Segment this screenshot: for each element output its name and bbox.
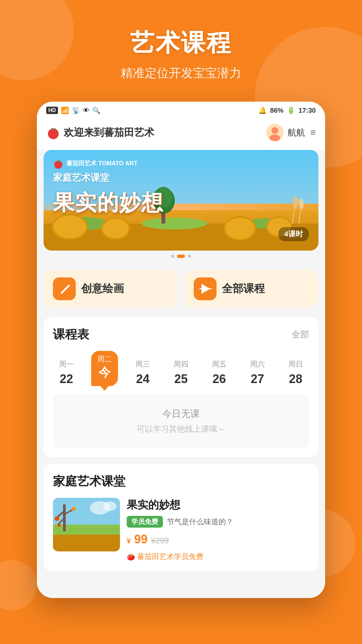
banner-logo-icon — [53, 158, 64, 169]
no-class-text2: 可以学习其他线上课哦～ — [60, 424, 302, 434]
day-wed-num: 24 — [136, 372, 149, 386]
price-row: ¥ 99 ¥299 — [127, 532, 309, 546]
all-courses-button[interactable]: 全部课程 — [184, 270, 318, 308]
menu-icon[interactable]: ≡ — [310, 127, 316, 138]
day-mon-label: 周一 — [59, 359, 74, 369]
no-class-area: 今日无课 可以学习其他线上课哦～ — [53, 394, 309, 448]
creative-drawing-label: 创意绘画 — [81, 281, 124, 296]
mute-icon: 🔔 — [258, 106, 267, 114]
day-mon[interactable]: 周一 22 — [53, 359, 80, 386]
banner-dots — [44, 255, 318, 258]
schedule-all-link[interactable]: 全部 — [292, 329, 309, 340]
phone-mockup: HD 📶 📡 👁 🔍 🔔 86% 🔋 17:30 — [37, 102, 325, 598]
signal-icon: 📶 — [61, 106, 69, 114]
day-thu-label: 周四 — [174, 359, 188, 369]
banner-main-title: 果实的妙想 — [53, 188, 309, 217]
price-current: 99 — [134, 532, 147, 546]
tomato-small-icon: 🍅 — [127, 553, 135, 561]
hero-subtitle: 精准定位开发宝宝潜力 — [0, 65, 362, 82]
dot-3 — [188, 255, 191, 258]
status-left: HD 📶 📡 👁 🔍 — [46, 106, 101, 114]
svg-point-34 — [55, 516, 59, 521]
banner-logo-text: 蕃茄田艺术 TOMATO ART — [66, 159, 137, 167]
day-fri[interactable]: 周五 26 — [206, 359, 233, 386]
tag-free: 学员免费 — [127, 516, 163, 528]
day-wed-label: 周三 — [135, 359, 150, 369]
week-days: 周一 22 周二 今 周三 24 周四 — [53, 351, 309, 386]
course-card[interactable]: 果实的妙想 学员免费 节气是什么味道的？ ¥ 99 ¥299 🍅 蕃茄田 — [53, 498, 309, 562]
time-display: 17:30 — [299, 107, 316, 114]
bg-decoration-circle-4 — [0, 560, 37, 610]
day-sun-label: 周日 — [288, 359, 303, 369]
svg-point-38 — [103, 501, 117, 511]
price-original: ¥299 — [151, 536, 169, 545]
battery-pct: 86% — [270, 107, 284, 114]
day-wed[interactable]: 周三 24 — [129, 359, 156, 386]
schedule-header: 课程表 全部 — [53, 326, 309, 343]
hero-section: 艺术课程 精准定位开发宝宝潜力 — [0, 0, 362, 102]
art-section-header: 家庭艺术课堂 — [53, 473, 309, 490]
battery-icon: 🔋 — [287, 106, 295, 114]
svg-point-35 — [72, 507, 76, 511]
eye-icon: 👁 — [83, 107, 89, 114]
day-sat-label: 周六 — [250, 359, 265, 369]
day-fri-label: 周五 — [212, 359, 227, 369]
schedule-title: 课程表 — [53, 326, 89, 343]
dot-1 — [171, 255, 174, 258]
day-sun-num: 28 — [289, 372, 302, 386]
creative-drawing-button[interactable]: 创意绘画 — [44, 270, 178, 308]
day-tue[interactable]: 周二 今 — [91, 351, 118, 386]
play-icon — [194, 277, 217, 300]
banner-subtitle: 家庭艺术课堂 — [53, 171, 309, 184]
course-tag-row: 学员免费 节气是什么味道的？ — [127, 516, 309, 528]
bottom-safe-area — [37, 578, 325, 598]
day-tue-bubble: 周二 今 — [91, 351, 118, 386]
hd-badge: HD — [46, 107, 58, 114]
course-desc: 节气是什么味道的？ — [167, 517, 233, 527]
banner-badge: 4课时 — [278, 227, 309, 241]
status-bar: HD 📶 📡 👁 🔍 🔔 86% 🔋 17:30 — [37, 102, 325, 118]
app-logo-area: 欢迎来到蕃茄田艺术 — [46, 125, 154, 140]
day-tue-label: 周二 — [97, 354, 112, 364]
day-sat[interactable]: 周六 27 — [244, 359, 271, 386]
schedule-section: 课程表 全部 周一 22 周二 今 周三 — [44, 317, 318, 457]
app-welcome-text: 欢迎来到蕃茄田艺术 — [64, 126, 154, 140]
banner-content: 蕃茄田艺术 TOMATO ART 家庭艺术课堂 果实的妙想 — [44, 150, 318, 251]
svg-point-3 — [272, 127, 278, 134]
price-unit: ¥ — [127, 537, 131, 545]
day-mon-num: 22 — [60, 372, 73, 386]
day-tue-num: 今 — [99, 364, 111, 381]
day-fri-num: 26 — [213, 372, 226, 386]
art-section-title: 家庭艺术课堂 — [53, 473, 125, 490]
app-content: 蕃茄田艺术 TOMATO ART 家庭艺术课堂 果实的妙想 4课时 — [37, 150, 325, 598]
all-courses-label: 全部课程 — [222, 281, 265, 296]
banner-logo-row: 蕃茄田艺术 TOMATO ART — [53, 158, 309, 169]
price-note-text: 蕃茄田艺术学员免费 — [137, 552, 203, 562]
username-label: 航航 — [288, 127, 305, 139]
price-note: 🍅 蕃茄田艺术学员免费 — [127, 552, 309, 562]
day-sat-num: 27 — [251, 372, 264, 386]
svg-point-36 — [57, 524, 61, 527]
course-info: 果实的妙想 学员免费 节气是什么味道的？ ¥ 99 ¥299 🍅 蕃茄田 — [127, 498, 309, 562]
svg-point-4 — [269, 135, 280, 141]
course-thumbnail — [53, 498, 120, 551]
day-sun[interactable]: 周日 28 — [282, 359, 309, 386]
no-class-text1: 今日无课 — [60, 408, 302, 420]
course-name: 果实的妙想 — [127, 498, 309, 513]
course-thumb-svg — [53, 498, 120, 551]
hero-title: 艺术课程 — [0, 27, 362, 59]
day-thu[interactable]: 周四 25 — [168, 359, 194, 386]
art-section: 家庭艺术课堂 — [44, 464, 318, 571]
tomato-logo-icon — [46, 125, 60, 140]
user-area[interactable]: 航航 ≡ — [266, 124, 316, 141]
drawing-icon — [53, 277, 76, 300]
status-right: 🔔 86% 🔋 17:30 — [258, 106, 316, 114]
banner-carousel[interactable]: 蕃茄田艺术 TOMATO ART 家庭艺术课堂 果实的妙想 4课时 — [44, 150, 318, 251]
banner-area[interactable]: 蕃茄田艺术 TOMATO ART 家庭艺术课堂 果实的妙想 4课时 — [37, 150, 325, 258]
wifi-icon: 📡 — [72, 106, 80, 114]
search-icon: 🔍 — [92, 106, 101, 114]
user-avatar[interactable] — [266, 124, 284, 141]
svg-point-24 — [54, 161, 62, 169]
day-thu-num: 25 — [174, 372, 188, 386]
phone-frame: HD 📶 📡 👁 🔍 🔔 86% 🔋 17:30 — [37, 102, 325, 598]
